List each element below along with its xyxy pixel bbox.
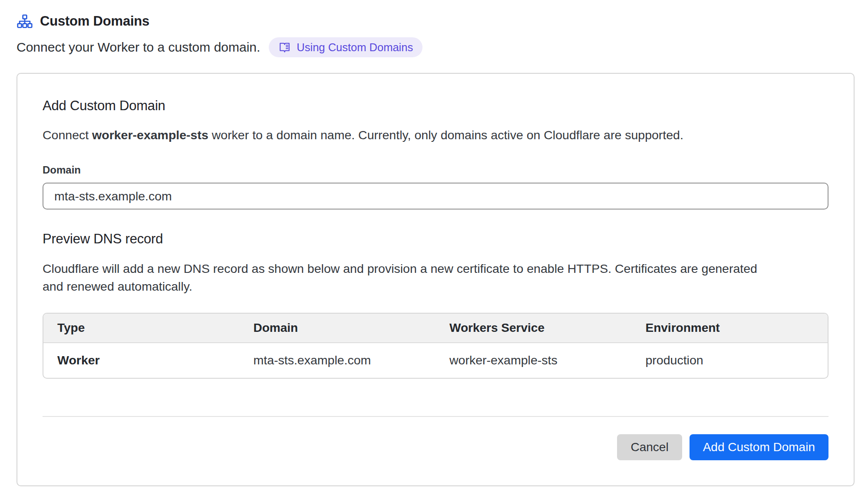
cell-environment: production [632,343,828,378]
column-header-type: Type [43,314,240,343]
page-subtitle-row: Connect your Worker to a custom domain. … [0,29,868,57]
page-subtitle: Connect your Worker to a custom domain. [17,40,260,55]
add-custom-domain-panel: Add Custom Domain Connect worker-example… [17,73,855,486]
cancel-button[interactable]: Cancel [617,434,682,460]
worker-name: worker-example-sts [92,128,208,142]
column-header-environment: Environment [632,314,828,343]
page-header: Custom Domains [0,0,868,29]
dns-record-table: Type Domain Workers Service Environment … [43,313,828,379]
doc-link-label: Using Custom Domains [297,41,413,54]
footer-divider [43,416,828,417]
preview-dns-heading: Preview DNS record [43,231,828,247]
cell-type: Worker [43,343,240,378]
column-header-domain: Domain [240,314,436,343]
domain-field-label: Domain [43,164,828,176]
description-suffix: worker to a domain name. Currently, only… [208,128,683,142]
dialog-description: Connect worker-example-sts worker to a d… [43,128,828,142]
add-custom-domain-button[interactable]: Add Custom Domain [690,434,828,460]
preview-dns-description: Cloudflare will add a new DNS record as … [43,260,772,295]
domain-input[interactable] [43,183,828,210]
doc-link-using-custom-domains[interactable]: Using Custom Domains [269,37,422,57]
cell-domain: mta-sts.example.com [240,343,436,378]
page-title: Custom Domains [40,13,149,29]
column-header-workers-service: Workers Service [436,314,632,343]
dialog-actions: Cancel Add Custom Domain [43,434,828,460]
custom-domains-page: Custom Domains Connect your Worker to a … [0,0,868,486]
cell-workers-service: worker-example-sts [436,343,632,378]
sitemap-icon [17,13,33,29]
table-header-row: Type Domain Workers Service Environment [43,314,828,343]
description-prefix: Connect [43,128,92,142]
open-book-icon [278,41,291,54]
dialog-heading: Add Custom Domain [43,98,828,114]
domain-field-group: Domain [43,164,828,210]
table-row: Worker mta-sts.example.com worker-exampl… [43,343,828,378]
